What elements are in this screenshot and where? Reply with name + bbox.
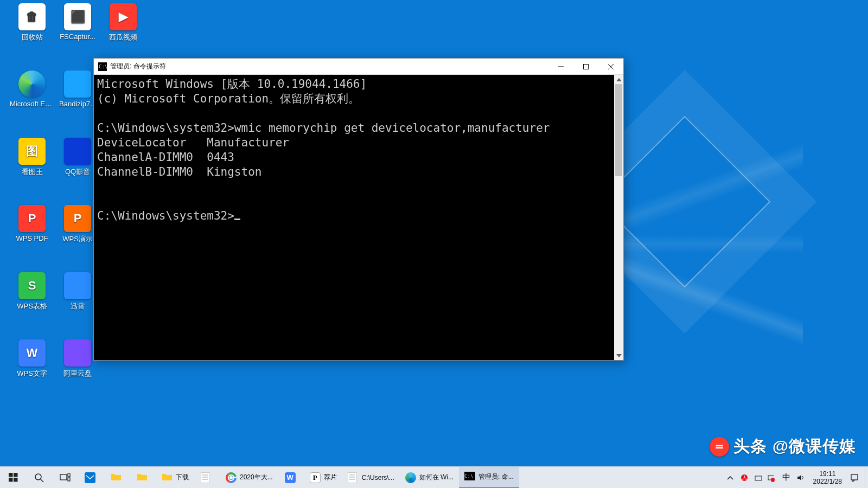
svg-marker-4 — [616, 78, 622, 81]
task-icon — [201, 472, 212, 483]
task-icon — [405, 472, 416, 483]
svg-rect-36 — [851, 474, 858, 480]
scroll-thumb[interactable] — [615, 84, 622, 176]
scroll-down-icon[interactable] — [614, 351, 623, 360]
taskbar-item[interactable]: C:\Users\... — [342, 467, 400, 489]
scroll-up-icon[interactable] — [614, 75, 623, 84]
close-button[interactable] — [598, 59, 623, 75]
desktop-icon[interactable]: PWPS PDF — [10, 205, 54, 259]
scrollbar[interactable] — [614, 75, 623, 360]
taskbar-item[interactable]: 下载 — [156, 467, 194, 489]
task-label: 管理员: 命... — [478, 472, 514, 481]
clock-time: 19:11 — [813, 470, 842, 478]
volume-icon[interactable] — [796, 473, 806, 483]
svg-marker-5 — [616, 354, 622, 357]
search-button[interactable] — [26, 467, 52, 489]
task-label: 下载 — [176, 473, 189, 482]
task-icon — [162, 472, 173, 483]
tray-icon-2[interactable] — [754, 473, 763, 483]
show-desktop-button[interactable] — [865, 467, 868, 489]
desktop-icon[interactable]: ▶西瓜视频 — [101, 3, 145, 57]
network-icon[interactable] — [768, 473, 777, 483]
notification-icon[interactable] — [850, 473, 859, 483]
taskbar-item[interactable]: 2020年大... — [220, 467, 278, 489]
task-label: 如何在 Wi... — [419, 473, 454, 482]
cmd-icon — [98, 62, 107, 71]
task-label: C:\Users\... — [362, 474, 394, 481]
watermark: 头条 @微课传媒 — [710, 435, 856, 458]
clock[interactable]: 19:11 2022/1/28 — [810, 470, 845, 485]
task-icon: C:\ — [464, 472, 475, 483]
cmd-window[interactable]: 管理员: 命令提示符 Microsoft Windows [版本 10.0.19… — [93, 58, 624, 361]
desktop-icon[interactable]: Microsoft Edge — [10, 70, 54, 125]
clock-date: 2022/1/28 — [813, 478, 842, 485]
svg-rect-16 — [201, 472, 209, 483]
maximize-button[interactable] — [573, 59, 598, 75]
task-icon: W — [285, 472, 296, 483]
system-tray[interactable]: 人 中 19:11 2022/1/28 — [720, 467, 865, 489]
svg-rect-32 — [755, 476, 762, 480]
taskbar[interactable]: 下载2020年大...WP荐片C:\Users\...如何在 Wi...C:\管… — [0, 466, 868, 488]
taskbar-item[interactable]: P荐片 — [304, 467, 342, 489]
titlebar[interactable]: 管理员: 命令提示符 — [94, 59, 623, 75]
svg-rect-12 — [60, 474, 67, 480]
terminal-output[interactable]: Microsoft Windows [版本 10.0.19044.1466] (… — [94, 75, 614, 360]
taskbar-item[interactable] — [130, 467, 156, 489]
task-icon — [348, 472, 359, 483]
desktop-icon[interactable]: ⬛FSCaptur... — [55, 3, 100, 57]
desktop-icon[interactable]: 图看图王 — [10, 138, 54, 192]
taskbar-item[interactable] — [78, 467, 104, 489]
task-icon — [137, 472, 148, 483]
task-icon — [85, 472, 95, 483]
taskbar-item[interactable]: 如何在 Wi... — [400, 467, 459, 489]
svg-rect-15 — [85, 472, 95, 483]
window-title: 管理员: 命令提示符 — [110, 62, 166, 71]
task-icon — [226, 472, 237, 483]
taskbar-item[interactable]: W — [278, 467, 304, 489]
desktop-icon[interactable]: SWPS表格 — [10, 272, 54, 326]
chevron-up-icon[interactable] — [725, 473, 735, 483]
desktop-icon[interactable]: WWPS文字 — [10, 339, 54, 394]
svg-rect-26 — [348, 472, 356, 483]
ime-icon[interactable]: 中 — [782, 473, 792, 483]
taskview-button[interactable] — [52, 467, 78, 489]
watermark-text: 头条 @微课传媒 — [733, 435, 856, 458]
svg-point-25 — [229, 476, 233, 479]
svg-rect-9 — [14, 478, 18, 482]
start-button[interactable] — [0, 467, 26, 489]
svg-rect-7 — [14, 473, 18, 477]
task-label: 2020年大... — [240, 473, 273, 482]
taskbar-item[interactable]: C:\管理员: 命... — [459, 467, 519, 489]
minimize-button[interactable] — [548, 59, 573, 75]
taskbar-item[interactable] — [104, 467, 130, 489]
svg-marker-35 — [797, 475, 801, 480]
desktop-icon[interactable]: 🗑回收站 — [10, 3, 54, 57]
svg-line-11 — [41, 479, 43, 482]
task-label: 荐片 — [324, 473, 337, 482]
svg-point-10 — [35, 474, 41, 480]
svg-text:人: 人 — [742, 475, 746, 480]
task-icon — [111, 472, 122, 483]
svg-rect-13 — [68, 473, 70, 477]
svg-rect-6 — [9, 473, 13, 477]
svg-rect-14 — [68, 478, 70, 481]
svg-rect-8 — [9, 478, 13, 482]
task-icon: P — [310, 472, 321, 483]
toutiao-icon — [710, 437, 729, 457]
svg-rect-1 — [584, 64, 589, 69]
taskbar-item[interactable] — [194, 467, 220, 489]
tray-icon-1[interactable]: 人 — [739, 473, 749, 483]
